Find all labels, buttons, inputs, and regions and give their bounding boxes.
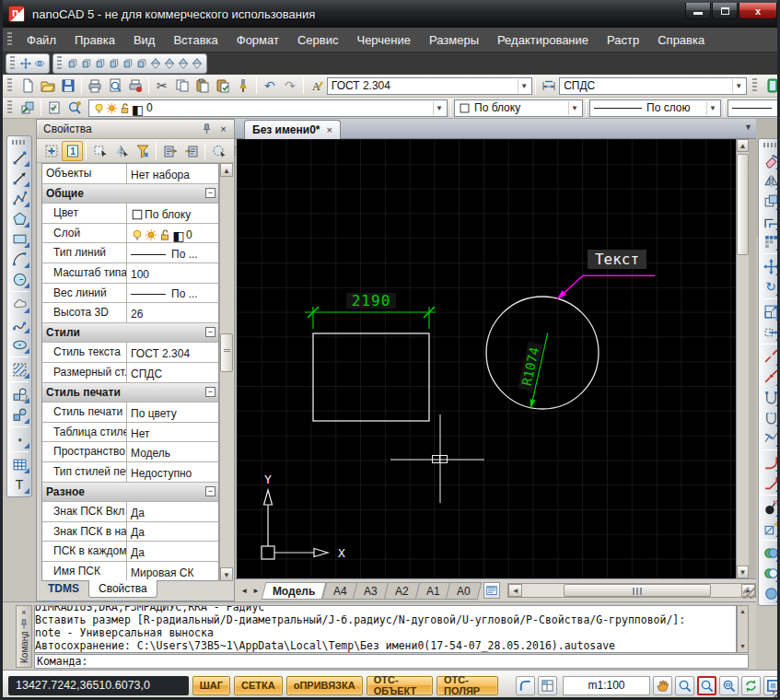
property-value[interactable]: 100 xyxy=(127,263,218,283)
explode-button[interactable] xyxy=(760,497,780,518)
property-value[interactable]: СПДС xyxy=(127,363,218,382)
new-button[interactable] xyxy=(17,76,38,95)
line-button[interactable] xyxy=(8,147,30,168)
iso-nw-button[interactable] xyxy=(190,54,204,73)
property-row[interactable]: Высота 3D26 xyxy=(42,303,218,323)
intersect-button[interactable] xyxy=(760,583,780,603)
pin-icon[interactable] xyxy=(200,122,214,136)
cube-right-button[interactable] xyxy=(134,54,148,73)
zoom-dynamic-button[interactable] xyxy=(719,676,739,695)
chamfer-button[interactable] xyxy=(760,472,780,493)
zoom-all-button[interactable] xyxy=(763,676,780,695)
drawing-viewport[interactable]: 2190 R1074 xyxy=(237,139,736,578)
cube-left-button[interactable] xyxy=(121,54,134,73)
command-input[interactable]: Команда: xyxy=(34,654,749,669)
select-circle-button[interactable] xyxy=(208,141,229,161)
status-toggle-шаг[interactable]: ШАГ xyxy=(192,676,230,695)
close-icon[interactable]: × xyxy=(17,606,30,618)
property-value[interactable]: Да xyxy=(127,502,218,521)
ellipse-button[interactable] xyxy=(8,334,30,355)
cube-bottom-button[interactable] xyxy=(79,54,93,73)
status-toggle-опривязка[interactable]: оПРИВЯЗКА xyxy=(286,676,363,695)
layout-list-button[interactable] xyxy=(483,582,500,599)
property-row[interactable]: Таблица стиле...Нет xyxy=(42,423,218,443)
property-value[interactable]: 26 xyxy=(127,303,218,322)
menu-файл[interactable]: Файл xyxy=(17,29,65,51)
layout-scroll-right-icon[interactable]: ► xyxy=(250,583,262,598)
edit-polyline-button[interactable] xyxy=(760,427,780,448)
text-button[interactable]: T xyxy=(8,474,30,495)
spline-button[interactable] xyxy=(8,314,30,334)
stretch-button[interactable] xyxy=(760,321,780,342)
toolbar-grip[interactable] xyxy=(12,140,27,145)
regen-button[interactable] xyxy=(741,676,761,695)
chevron-down-icon[interactable]: ▼ xyxy=(433,101,445,115)
menu-формат[interactable]: Формат xyxy=(227,29,288,51)
color-combo[interactable]: По блоку ▼ xyxy=(454,99,583,117)
insert-block-button[interactable] xyxy=(8,384,30,404)
property-value[interactable]: Модель xyxy=(127,442,218,461)
menu-справка[interactable]: Справка xyxy=(648,29,714,51)
scroll-down-icon[interactable]: ▼ xyxy=(220,567,233,581)
resize-grip[interactable] xyxy=(743,588,754,599)
status-toggle-отс-объект[interactable]: ОТС-ОБЪЕКТ xyxy=(367,676,433,695)
zoom-in-button[interactable] xyxy=(675,676,694,695)
open-button[interactable] xyxy=(38,76,58,95)
property-value[interactable]: По ... xyxy=(127,284,218,303)
union-button[interactable] xyxy=(760,542,780,563)
add-to-set-button[interactable] xyxy=(41,141,62,161)
orbit-button[interactable] xyxy=(32,54,46,73)
property-row[interactable]: Стиль текстаГОСТ 2.304 xyxy=(42,343,218,363)
menu-grip[interactable] xyxy=(7,32,12,47)
offset-button[interactable] xyxy=(760,211,780,231)
layout-scroll-left-icon[interactable]: ◄ xyxy=(239,583,250,598)
cloud-button[interactable] xyxy=(8,294,30,314)
dim-style-icon-button[interactable] xyxy=(539,76,559,95)
tab-overflow-icon[interactable]: ▼ xyxy=(744,122,752,132)
close-icon[interactable]: × xyxy=(327,124,332,135)
format-painter-button[interactable] xyxy=(233,76,253,95)
property-value[interactable]: Недоступно xyxy=(127,462,218,482)
circle-button[interactable] xyxy=(8,269,30,289)
property-row[interactable]: Вес линийПо ... xyxy=(42,284,218,304)
chevron-down-icon[interactable]: ▼ xyxy=(706,101,718,115)
erase-button[interactable] xyxy=(760,150,780,170)
collapse-icon[interactable]: − xyxy=(205,188,215,198)
preview-button[interactable] xyxy=(105,76,125,95)
arc-button[interactable] xyxy=(8,249,30,269)
toolbar-grip[interactable] xyxy=(57,56,62,71)
leader-text[interactable]: Текст xyxy=(595,251,639,268)
command-history[interactable]: DIMRADIUS,DRA,РЗМРАДИУС,RRA - РадиусВста… xyxy=(34,605,737,653)
toolbar-grip[interactable] xyxy=(10,56,15,71)
rectangle-button[interactable] xyxy=(8,228,30,249)
layer-combo[interactable]: ◧ 0 ▼ xyxy=(88,99,448,117)
cube-top-button[interactable] xyxy=(65,54,79,73)
menu-черчение[interactable]: Черчение xyxy=(347,29,420,51)
chevron-down-icon[interactable]: ▼ xyxy=(568,101,580,115)
property-row[interactable]: ЦветПо блоку xyxy=(42,204,218,224)
iso-se-button[interactable] xyxy=(162,54,176,73)
quick-select-button[interactable] xyxy=(64,99,85,117)
move-button[interactable] xyxy=(760,256,780,276)
lineweight-combo[interactable] xyxy=(728,99,779,117)
copy-object-button[interactable] xyxy=(760,191,780,211)
copy-button[interactable] xyxy=(172,76,192,95)
layout-tab-модель[interactable]: Модель xyxy=(262,582,327,600)
text-style-combo[interactable]: ГОСТ 2.304 ▼ xyxy=(327,77,532,95)
copy-properties-button[interactable] xyxy=(159,141,180,161)
ray-button[interactable] xyxy=(8,168,30,188)
pin-icon[interactable] xyxy=(17,618,30,630)
select-objects-button[interactable] xyxy=(89,141,111,161)
property-row[interactable]: Тип линийПо ... xyxy=(42,243,218,263)
scroll-up-icon[interactable]: ▲ xyxy=(220,163,233,177)
vertical-scrollbar[interactable]: ▲ ▼ xyxy=(736,139,749,578)
property-value[interactable]: По блоку xyxy=(127,204,218,223)
toolbar-grip[interactable] xyxy=(763,143,778,147)
close-icon[interactable]: × xyxy=(216,122,230,136)
dim-style-combo[interactable]: СПДС ▼ xyxy=(559,77,747,95)
menu-размеры[interactable]: Размеры xyxy=(420,29,488,51)
plot-button[interactable] xyxy=(85,76,105,95)
draw-order-button[interactable] xyxy=(17,99,38,117)
toolbar-grip[interactable] xyxy=(7,78,12,93)
standards-button[interactable] xyxy=(44,99,64,117)
